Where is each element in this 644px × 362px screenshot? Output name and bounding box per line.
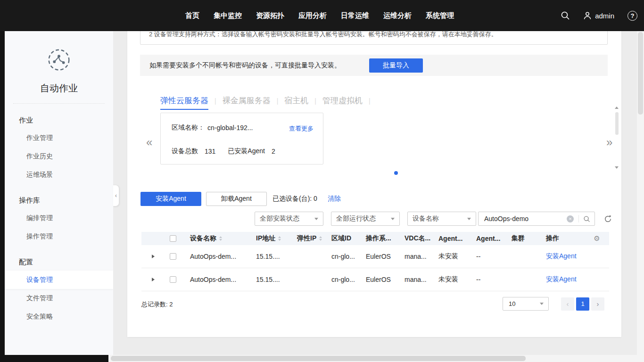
prev-page-button[interactable]: ‹ <box>561 297 574 311</box>
view-more-link[interactable]: 查看更多 <box>289 124 314 133</box>
table-row: AutoOps-dem... 15.15.... cn-glo... Euler… <box>141 245 609 268</box>
nav-item-home[interactable]: 首页 <box>185 11 199 20</box>
cell-device-name: AutoOps-dem... <box>186 253 252 260</box>
run-status-select[interactable]: 全部运行状态 <box>331 212 400 226</box>
horizontal-scrollbar-thumb[interactable] <box>111 356 526 361</box>
nav-item-ops-analysis[interactable]: 运维分析 <box>383 11 412 20</box>
sidebar-item-orchestration-management[interactable]: 编排管理 <box>5 209 113 227</box>
user-menu[interactable]: admin <box>583 11 614 20</box>
nav-item-resource-topology[interactable]: 资源拓扑 <box>256 11 284 20</box>
cell-region-id: cn-glo... <box>328 253 362 260</box>
sidebar-item-job-history[interactable]: 作业历史 <box>5 147 113 165</box>
device-search-group: 设备名称 AutoOps-demo × <box>407 212 595 226</box>
navbar-right: admin ? <box>561 0 637 31</box>
row-install-agent-link[interactable]: 安装Agent <box>546 275 577 284</box>
cell-region-id: cn-glo... <box>328 276 362 283</box>
main-menu: 首页 集中监控 资源拓扑 应用分析 日常运维 运维分析 系统管理 <box>185 0 454 31</box>
batch-import-button[interactable]: 批量导入 <box>369 58 423 73</box>
sidebar-item-device-management[interactable]: 设备管理 <box>5 271 113 289</box>
search-field-select[interactable]: 设备名称 <box>407 212 476 226</box>
vertical-scrollbar[interactable] <box>637 31 644 355</box>
agent-installed-value: 2 <box>272 148 275 155</box>
username-label: admin <box>595 12 614 20</box>
sidebar-item-ops-scenario[interactable]: 运维场景 <box>5 165 113 184</box>
tab-host-machine[interactable]: 宿主机 <box>284 95 308 106</box>
app-logo: 自动作业 <box>5 31 113 95</box>
sort-ip-icon[interactable] <box>278 236 281 241</box>
device-table: 设备名称 IP地址 弹性IP 区域ID 操作系... VDC名... Agent… <box>141 232 609 291</box>
carousel-scrollbar[interactable] <box>614 106 620 170</box>
cell-vdc: mana... <box>401 276 435 283</box>
search-submit-icon[interactable] <box>583 215 590 222</box>
install-status-value: 全部安装状态 <box>260 214 299 223</box>
search-icon[interactable] <box>561 11 570 20</box>
automation-logo-icon <box>44 45 74 74</box>
vertical-scrollbar-thumb[interactable] <box>638 32 643 115</box>
header-action: 操作 <box>542 234 585 243</box>
select-all-checkbox[interactable] <box>170 235 176 242</box>
cell-os: EulerOS <box>362 253 401 260</box>
install-status-select[interactable]: 全部安装状态 <box>255 212 323 226</box>
row-checkbox[interactable] <box>170 276 176 283</box>
nav-item-system-management[interactable]: 系统管理 <box>426 11 454 20</box>
total-records-label: 总记录数: 2 <box>141 300 173 309</box>
table-header-row: 设备名称 IP地址 弹性IP 区域ID 操作系... VDC名... Agent… <box>141 232 609 245</box>
sidebar-group-jobs[interactable]: 作业 <box>19 116 113 125</box>
row-checkbox[interactable] <box>170 253 176 260</box>
page-1-button[interactable]: 1 <box>576 297 589 311</box>
sidebar-item-operation-management[interactable]: 操作管理 <box>5 227 113 246</box>
refresh-icon[interactable] <box>604 215 612 223</box>
device-total-value: 131 <box>205 148 215 155</box>
sidebar-collapse-handle[interactable]: ‹ <box>113 185 119 206</box>
scroll-up-icon[interactable] <box>615 107 619 109</box>
tab-managed-vm[interactable]: 管理虚拟机 <box>322 95 363 106</box>
sidebar-item-job-management[interactable]: 作业管理 <box>5 129 113 147</box>
tab-bare-metal-server[interactable]: 裸金属服务器 <box>223 95 271 106</box>
user-icon <box>583 11 592 20</box>
sidebar-item-file-management[interactable]: 文件管理 <box>5 289 113 307</box>
sort-eip-icon[interactable] <box>319 236 322 241</box>
carousel-indicator-dot[interactable] <box>394 171 398 175</box>
cell-device-name: AutoOps-dem... <box>186 276 252 283</box>
agent-toolbar: 安装Agent 卸载Agent 已选设备(台): 0 清除 <box>140 192 341 206</box>
chevron-down-icon <box>540 303 544 305</box>
clear-selection-link[interactable]: 清除 <box>328 195 341 203</box>
header-device-name: 设备名称 <box>190 234 216 243</box>
notice-box: 2 设备管理支持两种方式：选择设备输入帐号密码安装和批量导入帐号密码安装。帐号和… <box>140 31 608 45</box>
nav-item-central-monitoring[interactable]: 集中监控 <box>214 11 242 20</box>
horizontal-scrollbar[interactable] <box>108 355 644 362</box>
scroll-down-icon[interactable] <box>615 166 619 169</box>
nav-item-daily-ops[interactable]: 日常运维 <box>341 11 369 20</box>
search-divider <box>578 215 579 222</box>
install-agent-button[interactable]: 安装Agent <box>140 192 201 206</box>
sidebar-group-operation-library[interactable]: 操作库 <box>19 196 113 205</box>
region-name-value: cn-global-192... <box>207 124 253 132</box>
carousel-next-icon[interactable]: » <box>606 136 612 149</box>
app-title: 自动作业 <box>5 82 113 95</box>
tab-elastic-cloud-server[interactable]: 弹性云服务器 <box>160 95 208 106</box>
row-install-agent-link[interactable]: 安装Agent <box>546 252 577 261</box>
sidebar-group-configuration[interactable]: 配置 <box>19 258 113 267</box>
expand-row-icon[interactable] <box>152 255 155 258</box>
carousel-prev-icon[interactable]: « <box>146 136 152 149</box>
main-area: 2 设备管理支持两种方式：选择设备输入帐号密码安装和批量导入帐号密码安装。帐号和… <box>113 31 637 355</box>
column-settings-gear-icon[interactable]: ⚙ <box>594 234 600 243</box>
content-card: 2 设备管理支持两种方式：选择设备输入帐号密码安装和批量导入帐号密码安装。帐号和… <box>127 31 621 337</box>
agent-installed-label: 已安装Agent <box>228 147 265 156</box>
clear-search-icon[interactable]: × <box>567 215 574 222</box>
sidebar-item-security-policy[interactable]: 安全策略 <box>5 307 113 326</box>
cell-agent-status: 未安装 <box>435 275 472 284</box>
uninstall-agent-button[interactable]: 卸载Agent <box>206 192 267 206</box>
chevron-down-icon <box>391 218 395 220</box>
help-icon[interactable]: ? <box>627 11 637 21</box>
region-card[interactable]: 区域名称： cn-global-192... 查看更多 设备总数 131 已安装… <box>160 113 323 165</box>
nav-item-app-analysis[interactable]: 应用分析 <box>298 11 327 20</box>
scrollbar-thumb[interactable] <box>615 112 619 135</box>
page-size-select[interactable]: 10 <box>503 297 549 311</box>
next-page-button[interactable]: › <box>591 297 604 311</box>
expand-row-icon[interactable] <box>152 278 155 281</box>
search-input[interactable]: AutoOps-demo × <box>478 212 595 226</box>
header-ip: IP地址 <box>256 234 275 243</box>
header-os: 操作系... <box>362 234 401 243</box>
sort-device-name-icon[interactable] <box>219 236 222 241</box>
